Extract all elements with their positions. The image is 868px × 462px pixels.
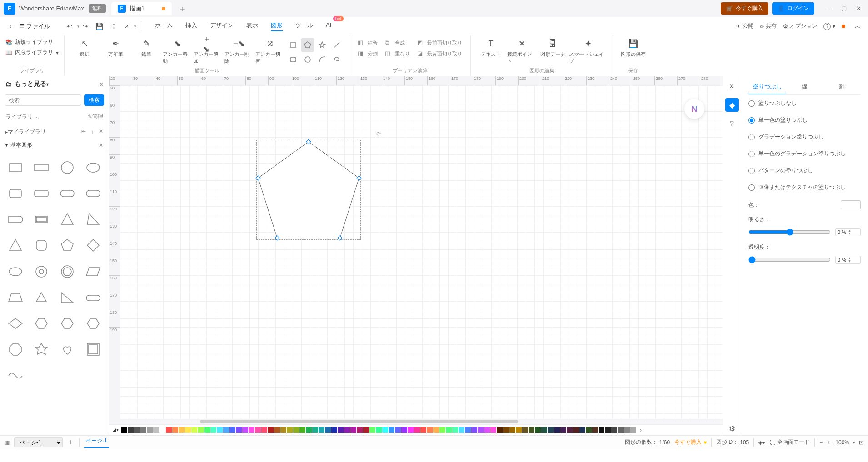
palette-swatch[interactable] [389,427,394,433]
fill-none-option[interactable]: 塗りつぶしなし [748,95,861,112]
window-minimize-button[interactable]: — [823,3,835,15]
fill-pattern-option[interactable]: パターンの塗りつぶし [748,162,861,179]
menu-view[interactable]: 表示 [246,21,258,31]
palette-swatch[interactable] [478,427,484,433]
color-swatch-button[interactable] [841,200,861,209]
shape-item[interactable] [5,313,26,334]
shape-item[interactable] [30,313,52,334]
shape-item[interactable] [30,235,52,256]
shape-pentagon-button[interactable] [301,38,314,52]
tool-fountain-pen[interactable]: ✒万年筆 [101,38,130,58]
menu-shape[interactable]: 図形 [271,21,283,31]
collapse-sidebar-button[interactable]: « [99,80,103,88]
undo-button[interactable]: ↶ [64,20,75,32]
manage-button[interactable]: ✎管理 [88,113,103,121]
palette-swatch[interactable] [459,427,464,433]
palette-swatch[interactable] [287,427,293,433]
bool-compose-button[interactable]: ⧉合成 [382,38,413,47]
lib-import-button[interactable]: ⇤ [81,128,86,136]
palette-swatch[interactable] [312,427,318,433]
edit-smart-shape-button[interactable]: ✦スマートシェイプ [569,38,607,65]
palette-swatch[interactable] [599,427,604,433]
buy-now-button[interactable]: 🛒 今すぐ購入 [721,2,768,15]
shape-item[interactable] [83,313,104,334]
palette-swatch[interactable] [128,427,134,433]
palette-swatch[interactable] [217,427,223,433]
fill-gradient-option[interactable]: グラデーション塗りつぶし [748,129,861,145]
palette-swatch[interactable] [395,427,401,433]
shape-arc-button[interactable] [315,53,329,66]
shape-spiral-button[interactable] [330,53,344,66]
shape-item[interactable] [57,235,78,256]
shape-item[interactable] [5,183,26,204]
palette-swatch[interactable] [630,427,636,433]
brightness-slider[interactable] [748,229,831,236]
palette-swatch[interactable] [465,427,471,433]
options-button[interactable]: ⚙オプション [783,22,817,30]
lib-close-button[interactable]: ✕ [99,128,103,136]
shape-star-button[interactable] [315,38,329,52]
palette-swatch[interactable] [198,427,204,433]
lib-add-button[interactable]: ＋ [90,128,95,136]
palette-swatch[interactable] [166,427,172,433]
bool-back-crop-button[interactable]: ◪最背面切り取り [414,49,465,58]
shape-item[interactable] [5,287,26,308]
help-button[interactable]: ?▾ [823,23,835,30]
palette-swatch[interactable] [223,427,229,433]
palette-swatch[interactable] [306,427,312,433]
palette-swatch[interactable] [261,427,267,433]
fill-image-option[interactable]: 画像またはテクスチャの塗りつぶし [748,179,861,196]
palette-swatch[interactable] [293,427,299,433]
palette-swatch[interactable] [255,427,261,433]
shape-item[interactable] [30,261,52,282]
shape-item[interactable] [83,183,104,204]
palette-more-button[interactable]: › [637,427,645,434]
tab-fill[interactable]: 塗りつぶし [748,80,786,94]
shape-item[interactable] [5,235,26,256]
palette-swatch[interactable] [344,427,350,433]
my-library-label[interactable]: マイライブラリ [8,128,46,136]
ai-assistant-button[interactable]: N [684,99,704,119]
palette-swatch[interactable] [573,427,579,433]
basic-shapes-label[interactable]: 基本図形 [10,141,32,149]
tool-select[interactable]: ↖選択 [70,38,99,58]
tab-line[interactable]: 線 [786,80,823,94]
menu-ai[interactable]: AI [326,21,331,29]
palette-swatch[interactable] [560,427,566,433]
shape-item[interactable] [57,287,78,308]
bool-overlap-button[interactable]: ◫重なり [382,49,413,58]
page-tab[interactable]: ページ-1 [84,437,109,448]
login-button[interactable]: 👤 ログイン [772,2,814,15]
shape-item[interactable] [5,261,26,282]
palette-swatch[interactable] [185,427,191,433]
tab-shadow[interactable]: 影 [823,80,861,94]
nav-back-button[interactable]: ‹ [5,20,16,32]
palette-swatch[interactable] [579,427,585,433]
palette-swatch[interactable] [134,427,140,433]
zoom-in-button[interactable]: ＋ [826,438,832,446]
shape-item[interactable] [57,183,78,204]
window-close-button[interactable]: ✕ [853,3,864,15]
palette-swatch[interactable] [249,427,254,433]
palette-swatch[interactable] [350,427,356,433]
palette-swatch[interactable] [236,427,242,433]
shape-item[interactable] [30,287,52,308]
palette-swatch[interactable] [522,427,528,433]
palette-swatch[interactable] [484,427,490,433]
new-library-button[interactable]: 📚新規ライブラリ [5,38,59,46]
palette-swatch[interactable] [408,427,414,433]
palette-swatch[interactable] [586,427,592,433]
palette-swatch[interactable] [535,427,541,433]
shape-item[interactable] [5,209,26,230]
shape-item[interactable] [30,157,52,178]
palette-swatch[interactable] [605,427,611,433]
rail-help-button[interactable]: ? [725,117,739,131]
palette-swatch[interactable] [160,427,165,433]
shape-item[interactable] [57,339,78,360]
palette-swatch[interactable] [179,427,185,433]
palette-swatch[interactable] [331,427,337,433]
status-buy-now-button[interactable]: 今すぐ購入 ♥ [674,438,707,446]
palette-swatch[interactable] [369,427,375,433]
shape-item[interactable] [83,339,104,360]
palette-swatch[interactable] [147,427,153,433]
